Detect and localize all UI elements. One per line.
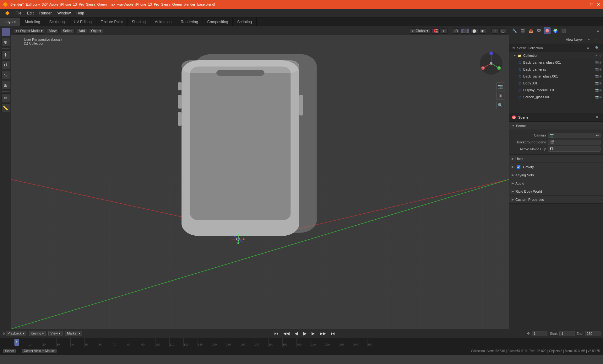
prev-frame-btn[interactable]: ◀ [293, 330, 299, 336]
outliner-item-back-panel-glass[interactable]: ⬡ Back_panel_glass.001 📷 ◉ [509, 73, 603, 80]
tool-scale[interactable]: ⤡ [1, 71, 10, 79]
viewport-camera-view-btn[interactable]: 📷 [496, 82, 504, 90]
panel-btn-scene[interactable]: 🔧 [511, 27, 518, 34]
item-camera-btn-2[interactable]: 📷 [595, 68, 599, 71]
viewport-solid-btn[interactable]: ⬛ [461, 28, 469, 34]
keying-sets-section-header[interactable]: ▶ Keying Sets [509, 171, 603, 179]
tab-rendering[interactable]: Rendering [176, 18, 203, 26]
viewport-select-select[interactable]: Select [61, 28, 75, 33]
outliner-filter-btn[interactable]: ≡ [585, 45, 592, 51]
tab-compositing[interactable]: Compositing [203, 18, 233, 26]
item-camera-btn-4[interactable]: 📷 [595, 82, 599, 85]
camera-value[interactable]: 📷 ✏ [548, 133, 600, 138]
tab-uv-editing[interactable]: UV Editing [69, 18, 96, 26]
outliner-item-back-cameras[interactable]: ⬡ Back_cameras 📷 ◉ [509, 66, 603, 73]
viewport-wireframe-btn[interactable]: ⬡ [453, 28, 460, 34]
item-render-btn-2[interactable]: ◉ [599, 68, 602, 71]
close-button[interactable]: ✕ [597, 2, 600, 7]
background-scene-value[interactable]: 🎬 [548, 140, 600, 145]
collection-select-btn[interactable]: ⊙ [599, 54, 602, 57]
viewport-render-region-btn[interactable]: ⊞ [496, 92, 504, 100]
menu-blender[interactable]: 🔶 [3, 10, 12, 16]
audio-section-header[interactable]: ▶ Audio [509, 179, 603, 187]
viewport-xray-btn[interactable]: ◫ [499, 28, 506, 34]
viewport-snap-button[interactable]: 🧲 [432, 28, 440, 34]
tool-cursor[interactable]: ⊕ [1, 38, 10, 46]
panel-btn-output[interactable]: 📤 [527, 27, 534, 34]
outliner-search-btn[interactable]: 🔍 [594, 45, 600, 51]
custom-properties-section-header[interactable]: ▶ Custom Properties [509, 195, 603, 204]
tool-measure[interactable]: 📏 [1, 104, 10, 112]
viewport-object-select[interactable]: Object [89, 28, 103, 33]
units-section-header[interactable]: ▶ Units [509, 155, 603, 163]
view-layer-remove-btn[interactable]: - [594, 36, 600, 43]
playback-select[interactable]: Playback ▾ [6, 331, 26, 336]
tool-move[interactable]: ✛ [1, 51, 10, 59]
tab-modeling[interactable]: Modeling [20, 18, 45, 26]
jump-to-end-btn[interactable]: ⏭ [330, 330, 336, 336]
viewport-zoom-btn[interactable]: 🔍 [496, 101, 504, 109]
active-movie-clip-value[interactable]: 🎞 [548, 147, 600, 152]
maximize-button[interactable]: □ [590, 2, 593, 7]
minimize-button[interactable]: — [582, 2, 587, 7]
viewport-material-btn[interactable]: ⬤ [470, 28, 478, 34]
object-mode-select[interactable]: ⊙ Object Mode ▾ [14, 28, 45, 34]
props-close-btn[interactable]: ✕ [594, 114, 600, 121]
end-frame-input[interactable] [585, 331, 600, 336]
view-select[interactable]: View ▾ [48, 331, 62, 336]
tab-layout[interactable]: Layout [0, 18, 20, 26]
item-render-btn-5[interactable]: ◉ [599, 88, 602, 92]
panel-btn-scene-props[interactable]: 🎯 [544, 27, 551, 34]
panel-btn-object[interactable]: ⬛ [560, 27, 567, 34]
viewport-overlay-btn[interactable]: ⊞ [492, 28, 498, 34]
panel-btn-view-layer[interactable]: 🖼 [535, 27, 542, 34]
item-render-btn-1[interactable]: ◉ [599, 61, 602, 64]
tab-add-button[interactable]: + [257, 18, 264, 26]
viewport-view-select[interactable]: View [47, 28, 59, 33]
tool-select-box[interactable]: ⬚ [1, 28, 10, 36]
jump-to-start-btn[interactable]: ⏮ [273, 330, 280, 336]
menu-help[interactable]: Help [74, 10, 87, 16]
outliner-item-screen-glass[interactable]: ⬡ Screen_glass.001 📷 ◉ [509, 94, 603, 100]
item-render-btn-6[interactable]: ◉ [599, 95, 602, 99]
item-render-btn-4[interactable]: ◉ [599, 82, 602, 85]
camera-edit-icon[interactable]: ✏ [596, 134, 599, 137]
prev-keyframe-btn[interactable]: ◀◀ [282, 330, 291, 336]
outliner-item-body[interactable]: ⬡ Body.001 📷 ◉ [509, 80, 603, 87]
viewport-canvas[interactable]: Z Y X 📷 ⊞ 🔍 [11, 35, 509, 329]
panel-btn-world[interactable]: 🌍 [552, 27, 559, 34]
current-frame-input[interactable] [532, 331, 547, 336]
item-camera-btn-5[interactable]: 📷 [595, 88, 599, 92]
menu-edit[interactable]: Edit [24, 10, 36, 16]
item-camera-btn-6[interactable]: 📷 [595, 95, 599, 99]
item-camera-btn-3[interactable]: 📷 [595, 75, 599, 78]
viewport[interactable]: ⊙ Object Mode ▾ View Select Add Object ⊕ [11, 26, 509, 329]
view-layer-add-btn[interactable]: + [585, 36, 592, 43]
tool-transform[interactable]: ⊞ [1, 81, 10, 89]
next-frame-btn[interactable]: ▶ [310, 330, 316, 336]
outliner-collection-row[interactable]: ▼ 📁 Collection 👁 ⊙ [509, 52, 603, 59]
viewport-global-local[interactable]: ⊕ Global ▾ [410, 28, 430, 34]
collection-hide-btn[interactable]: 👁 [595, 54, 598, 57]
current-frame-marker[interactable]: 1 [14, 339, 19, 346]
play-btn[interactable]: ▶ [302, 330, 308, 337]
menu-window[interactable]: Window [55, 10, 73, 16]
tab-sculpting[interactable]: Sculpting [45, 18, 69, 26]
timeline-bar[interactable]: 1 10 20 30 40 50 60 70 80 90 100 110 120… [0, 338, 603, 347]
tab-scripting[interactable]: Scripting [233, 18, 257, 26]
tab-shading[interactable]: Shading [128, 18, 150, 26]
menu-file[interactable]: File [13, 10, 24, 16]
outliner-item-back-camera-glass[interactable]: ⬡ Back_camera_glass.001 📷 ◉ [509, 59, 603, 66]
item-render-btn-3[interactable]: ◉ [599, 75, 602, 78]
outliner-item-display-module[interactable]: ⬡ Display_module.001 📷 ◉ [509, 87, 603, 94]
next-keyframe-btn[interactable]: ▶▶ [318, 330, 327, 336]
tool-rotate[interactable]: ↺ [1, 61, 10, 69]
navigation-gizmo[interactable]: Z Y X [479, 51, 504, 76]
viewport-proportional-edit[interactable]: ⊙ [441, 28, 448, 34]
keying-select[interactable]: Keying ▾ [29, 331, 46, 336]
tool-annotate[interactable]: ✏ [1, 94, 10, 102]
rigid-body-world-section-header[interactable]: ▶ Rigid Body World [509, 187, 603, 195]
gravity-checkbox[interactable] [517, 165, 520, 169]
marker-select[interactable]: Marker ▾ [65, 331, 82, 336]
start-frame-input[interactable] [559, 331, 575, 336]
